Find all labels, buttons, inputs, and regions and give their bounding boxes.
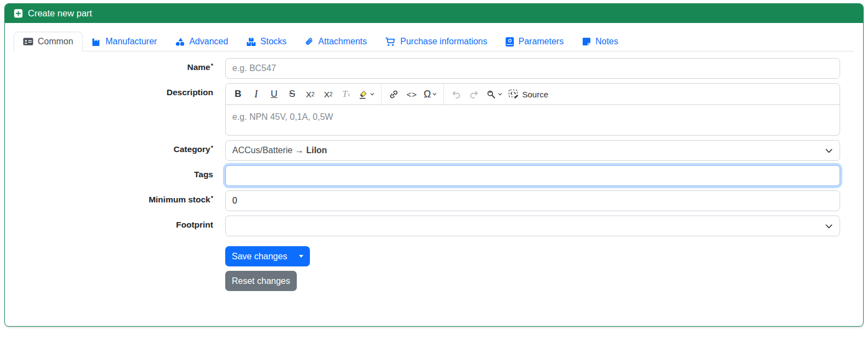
reset-changes-button[interactable]: Reset changes: [225, 271, 297, 291]
shopping-cart-icon: [385, 37, 396, 47]
required-marker: *: [211, 144, 213, 151]
boxes-stacked-icon: [247, 37, 256, 47]
chevron-down-icon: [370, 91, 375, 97]
name-label: Name*: [14, 58, 225, 72]
category-select[interactable]: ACCus/Batterie → LiIon: [225, 140, 840, 161]
tab-label: Manufacturer: [105, 37, 157, 47]
redo-button[interactable]: [466, 85, 483, 103]
plus-square-icon: [14, 9, 23, 18]
tab-label: Advanced: [189, 37, 228, 47]
footprint-select[interactable]: [225, 216, 840, 236]
find-replace-button[interactable]: [484, 85, 505, 103]
link-button[interactable]: [385, 85, 402, 103]
superscript-button[interactable]: X2: [320, 85, 337, 103]
form-actions: Save changes Reset changes: [225, 246, 854, 291]
tab-notes[interactable]: Notes: [573, 32, 627, 51]
remove-format-button[interactable]: Tx: [338, 85, 355, 103]
book-icon: [506, 37, 514, 47]
id-card-icon: [23, 37, 33, 46]
caret-down-icon[interactable]: [299, 255, 303, 258]
strikethrough-button[interactable]: S: [284, 85, 301, 103]
chevron-down-icon: [825, 147, 833, 155]
find-replace-icon: [486, 89, 496, 100]
tab-manufacturer[interactable]: Manufacturer: [83, 32, 166, 51]
tab-common[interactable]: Common: [14, 32, 83, 51]
italic-button[interactable]: I: [248, 85, 265, 103]
footprint-label: Footprint: [14, 216, 225, 230]
tab-bar: Common Manufacturer Advanced: [14, 32, 854, 51]
category-value: ACCus/Batterie → LiIon: [232, 146, 327, 155]
toolbar-separator: [443, 84, 444, 104]
description-label: Description: [14, 83, 225, 97]
description-editable[interactable]: e.g. NPN 45V, 0,1A, 0,5W: [225, 105, 840, 136]
tab-label: Purchase informations: [400, 37, 487, 47]
page-title: Create new part: [28, 8, 92, 19]
shapes-icon: [175, 37, 185, 47]
tab-label: Attachments: [318, 37, 367, 47]
bold-button[interactable]: B: [230, 85, 247, 103]
chevron-down-icon: [497, 91, 503, 97]
minimum-stock-row: Minimum stock*: [14, 190, 854, 211]
link-icon: [389, 89, 399, 100]
tab-stocks[interactable]: Stocks: [237, 32, 296, 51]
highlighter-icon: [358, 89, 368, 100]
tab-label: Stocks: [260, 37, 286, 47]
paperclip-icon: [305, 37, 314, 47]
name-input[interactable]: [225, 58, 840, 79]
sticky-note-icon: [582, 37, 591, 46]
tab-parameters[interactable]: Parameters: [496, 32, 573, 51]
toolbar-separator: [381, 84, 382, 104]
footprint-row: Footprint: [14, 216, 854, 236]
subscript-button[interactable]: X2: [302, 85, 319, 103]
underline-button[interactable]: U: [266, 85, 283, 103]
tab-label: Common: [38, 37, 73, 47]
card-header: Create new part: [5, 4, 863, 23]
undo-button[interactable]: [448, 85, 465, 103]
special-characters-button[interactable]: Ω: [421, 85, 439, 103]
undo-icon: [451, 89, 461, 100]
tags-input[interactable]: [225, 165, 840, 186]
required-marker: *: [211, 62, 213, 69]
tab-label: Parameters: [518, 37, 564, 47]
rich-text-editor: B I U S X2 X2 Tx: [225, 83, 840, 136]
name-row: Name*: [14, 58, 854, 79]
required-marker: *: [211, 195, 213, 201]
description-row: Description B I U S X2 X2 Tx: [14, 83, 854, 136]
card-body: Common Manufacturer Advanced: [5, 23, 863, 326]
code-button[interactable]: <>: [403, 85, 420, 103]
minimum-stock-input[interactable]: [225, 190, 840, 211]
source-button[interactable]: Source: [506, 85, 550, 103]
tags-row: Tags: [14, 165, 854, 186]
tab-label: Notes: [595, 37, 618, 47]
create-part-card: Create new part Common Manufacturer: [4, 3, 864, 327]
tab-attachments[interactable]: Attachments: [296, 32, 376, 51]
minimum-stock-label: Minimum stock*: [14, 190, 225, 205]
chevron-down-icon: [432, 91, 437, 97]
category-row: Category* ACCus/Batterie → LiIon: [14, 140, 854, 161]
chevron-down-icon: [825, 222, 833, 230]
highlight-button[interactable]: [356, 85, 377, 103]
source-button-label: Source: [522, 90, 548, 99]
tags-label: Tags: [14, 165, 225, 179]
save-changes-button[interactable]: Save changes: [225, 246, 310, 266]
source-icon: [508, 89, 519, 99]
description-placeholder: e.g. NPN 45V, 0,1A, 0,5W: [232, 112, 333, 121]
factory-icon: [92, 37, 101, 47]
category-label: Category*: [14, 140, 225, 154]
editor-toolbar: B I U S X2 X2 Tx: [225, 83, 840, 105]
tab-purchase-informations[interactable]: Purchase informations: [376, 32, 496, 51]
redo-icon: [469, 89, 479, 100]
tab-advanced[interactable]: Advanced: [166, 32, 237, 51]
